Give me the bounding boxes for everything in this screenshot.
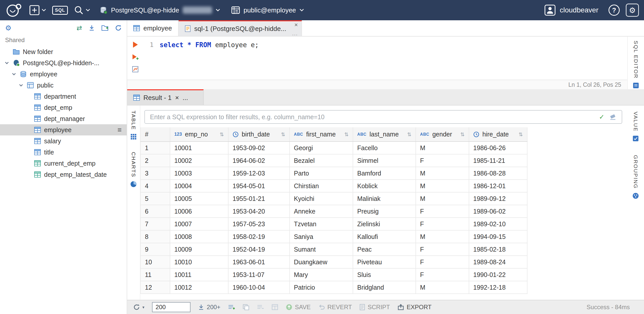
tree-item-current_dept_emp[interactable]: current_dept_emp [0, 158, 127, 169]
presentation-rail: TABLE CHARTS [127, 106, 140, 300]
delete-row-button[interactable] [257, 304, 264, 310]
sort-icon[interactable]: ⇅ [220, 131, 224, 137]
tree-item-dept_manager[interactable]: dept_manager [0, 113, 127, 124]
column-header-first_name[interactable]: ABCfirst_name⇅ [290, 127, 353, 142]
tree-item-employee[interactable]: employee≡ [0, 124, 127, 135]
grouping-panel-icon [632, 193, 639, 199]
table-row[interactable]: 2100021964-06-02BezalelSimmelF1985-11-21 [141, 154, 527, 167]
run-query-button[interactable] [132, 41, 138, 48]
sql-editor[interactable]: 1 select * FROM employee e; [127, 37, 627, 80]
table-icon [33, 127, 42, 133]
table-row[interactable]: 11100111953-11-07MarySluisF1990-01-22 [141, 268, 527, 281]
chevron-down-icon[interactable] [18, 83, 24, 88]
schema-selector[interactable]: public@employee [231, 6, 304, 14]
refresh-icon [133, 304, 140, 310]
table-row[interactable]: 1100011953-09-02GeorgiFacelloM1986-06-26 [141, 142, 527, 154]
numeric-type-icon: 123 [174, 132, 182, 137]
tree-item-dept_emp[interactable]: dept_emp [0, 102, 127, 113]
table-row[interactable]: 12100121960-10-04PatricioBridglandM1992-… [141, 281, 527, 294]
open-sql-editor-button[interactable]: SQL [52, 6, 68, 15]
data-grid[interactable]: #123emp_no⇅birth_date⇅ABCfirst_name⇅ABCl… [140, 127, 627, 300]
settings-button[interactable]: ⚙ [626, 4, 639, 17]
duplicate-row-button[interactable] [243, 304, 249, 310]
tree-item-employee[interactable]: employee [0, 68, 127, 80]
sort-icon[interactable]: ⇅ [281, 131, 285, 137]
content-area: employee sql-1 (PostgreSQL@ep-hidde... ×… [127, 20, 644, 314]
tab-sql-editor-rail[interactable]: SQL EDITOR [633, 41, 639, 89]
column-header-gender[interactable]: ABCgender⇅ [416, 127, 469, 142]
line-number: 1 [143, 37, 160, 80]
refresh-results-button[interactable]: ▾ [133, 304, 144, 310]
tree-item-public[interactable]: public [0, 80, 127, 91]
table-row[interactable]: 10100101963-06-01DuangkaewPiveteauF1989-… [141, 256, 527, 268]
chevron-down-icon[interactable] [11, 72, 17, 76]
column-header-rownum[interactable]: # [141, 127, 170, 142]
tab-table-presentation[interactable]: TABLE [130, 111, 137, 140]
table-icon [133, 25, 140, 31]
add-folder-button[interactable] [101, 25, 108, 31]
new-connection-button[interactable] [29, 5, 46, 15]
column-header-last_name[interactable]: ABClast_name⇅ [353, 127, 416, 142]
row-menu-icon[interactable]: ≡ [118, 126, 122, 134]
tab-menu-dots[interactable]: ... [182, 94, 188, 102]
tab-employee-table[interactable]: employee [127, 20, 179, 36]
close-icon[interactable]: × [294, 22, 298, 28]
column-header-hire_date[interactable]: hire_date⇅ [469, 127, 527, 142]
connection-search-button[interactable] [74, 5, 90, 15]
cursor-position: Ln 1, Col 26, Pos 25 [569, 81, 621, 88]
help-button[interactable]: ? [609, 5, 620, 16]
filter-input[interactable] [145, 111, 622, 123]
sort-icon[interactable]: ⇅ [344, 131, 349, 137]
grid-edit-button[interactable] [272, 304, 278, 310]
navigator-sidebar: ⚙ ⇄ Shared New folderPostgreSQL@ep-hidde… [0, 20, 127, 314]
apply-filter-icon[interactable]: ✓ [599, 113, 604, 121]
close-icon[interactable]: × [175, 94, 179, 102]
tab-value-panel[interactable]: VALUE [632, 112, 639, 142]
refresh-tree-button[interactable] [115, 25, 122, 31]
table-row[interactable]: 5100051955-01-21KyoichiMaliniakM1989-09-… [141, 192, 527, 205]
tree-item-dept_emp_latest_date[interactable]: dept_emp_latest_date [0, 169, 127, 180]
tab-menu-dots[interactable]: ... [292, 31, 298, 36]
add-row-button[interactable] [228, 304, 235, 310]
grid-icon [130, 134, 137, 140]
chevron-down-icon[interactable] [4, 61, 10, 65]
tab-grouping-panel[interactable]: GROUPING [632, 155, 639, 199]
tree-item-title[interactable]: title [0, 147, 127, 158]
table-row[interactable]: 8100081958-02-19SaniyaKalloufiM1994-09-1… [141, 230, 527, 243]
table-row[interactable]: 4100041954-05-01ChirstianKoblickM1986-12… [141, 180, 527, 192]
save-button[interactable]: SAVE [286, 304, 311, 311]
postgres-icon [12, 59, 20, 66]
table-row[interactable]: 7100071957-05-23TzvetanZielinskiF1989-02… [141, 218, 527, 230]
run-script-button[interactable] [132, 54, 139, 60]
user-icon [544, 5, 556, 16]
explain-plan-button[interactable] [132, 66, 139, 73]
sort-icon[interactable]: ⇅ [519, 131, 523, 137]
editor-tabbar: employee sql-1 (PostgreSQL@ep-hidde... ×… [127, 20, 644, 37]
navigator-settings-button[interactable]: ⚙ [5, 24, 11, 32]
collapse-all-button[interactable] [89, 25, 95, 31]
column-header-emp_no[interactable]: 123emp_no⇅ [170, 127, 228, 142]
revert-button[interactable]: REVERT [318, 304, 352, 311]
sql-code-line[interactable]: select * FROM employee e; [160, 37, 627, 80]
sort-icon[interactable]: ⇅ [407, 131, 411, 137]
link-editor-button[interactable]: ⇄ [77, 24, 82, 32]
table-row[interactable]: 6100061953-04-20AnnekePreusigF1989-06-02 [141, 205, 527, 218]
sort-icon[interactable]: ⇅ [460, 131, 465, 137]
export-button[interactable]: EXPORT [397, 304, 431, 311]
column-header-birth_date[interactable]: birth_date⇅ [228, 127, 290, 142]
tab-result-1[interactable]: Result - 1 × ... [127, 89, 204, 105]
tab-sql-editor[interactable]: sql-1 (PostgreSQL@ep-hidde... × ... [179, 20, 302, 36]
table-row[interactable]: 9100091952-04-19SumantPeacF1985-02-18 [141, 243, 527, 256]
script-button[interactable]: SCRIPT [359, 304, 390, 311]
user-menu[interactable]: cloudbeaver [544, 5, 598, 16]
table-row[interactable]: 3100031959-12-03PartoBamfordM1986-08-28 [141, 167, 527, 180]
fetch-size-input[interactable] [152, 302, 191, 312]
tree-item-postgresql-ep-hidden-[interactable]: PostgreSQL@ep-hidden-... [0, 57, 127, 68]
clear-filter-icon[interactable] [609, 114, 617, 120]
tree-item-salary[interactable]: salary [0, 135, 127, 147]
tree-item-department[interactable]: department [0, 91, 127, 102]
connection-selector[interactable]: PostgreSQL@ep-hidde [99, 6, 220, 14]
tree-item-new-folder[interactable]: New folder [0, 46, 127, 57]
fetch-next-page-button[interactable]: 200+ [198, 304, 220, 311]
tab-charts-presentation[interactable]: CHARTS [130, 152, 137, 187]
